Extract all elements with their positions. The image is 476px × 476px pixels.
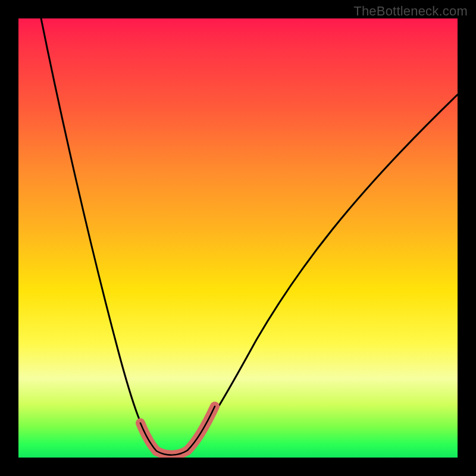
marker-right-wall	[187, 406, 215, 450]
gradient-plot-area	[18, 18, 458, 458]
curve-right-branch	[188, 95, 458, 449]
curve-left-branch	[39, 18, 155, 450]
chart-frame: TheBottleneck.com	[0, 0, 476, 476]
bottleneck-curve-svg	[18, 18, 458, 458]
watermark-text: TheBottleneck.com	[353, 4, 468, 19]
